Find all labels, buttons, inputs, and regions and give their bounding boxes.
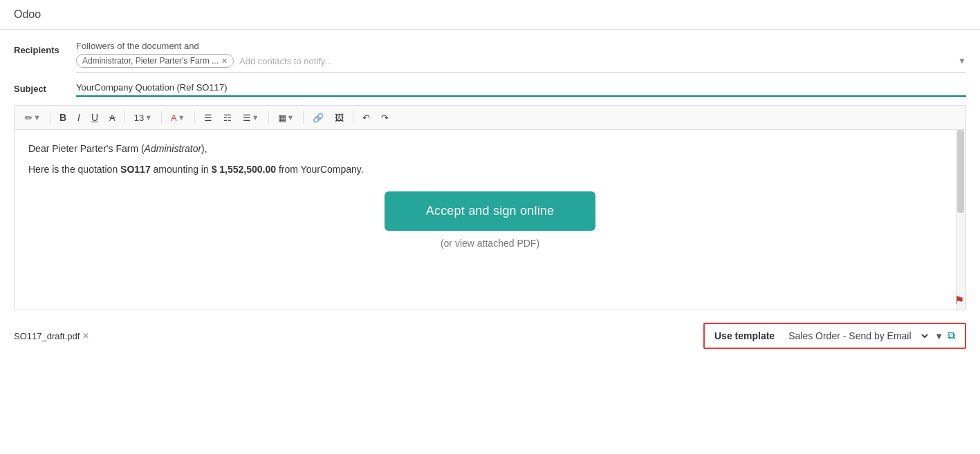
accept-button-wrapper: Accept and sign online [28,191,952,231]
app-header: Odoo [0,0,980,30]
recipients-input-row: Administrator, Pieter Parter's Farm ... … [76,54,966,73]
template-dropdown-arrow[interactable]: ▼ [934,331,943,341]
font-color-button[interactable]: A ▼ [167,111,189,125]
recipients-row: Recipients Followers of the document and… [14,41,966,73]
table-button[interactable]: ▦ ▼ [275,111,298,125]
recipients-label: Recipients [14,41,76,55]
redo-button[interactable]: ↷ [378,111,392,125]
font-size-button[interactable]: 13 ▼ [131,111,156,125]
subject-input[interactable] [76,79,966,97]
recipients-dropdown-arrow[interactable]: ▼ [958,56,966,66]
editor-line2-mid: amounting in [151,164,212,175]
subject-content [76,79,966,97]
editor-line2: Here is the quotation SO117 amounting in… [28,162,952,177]
subject-label: Subject [14,79,76,94]
app-title: Odoo [14,8,41,20]
unordered-list-button[interactable]: ☰ [201,111,216,125]
template-select-wrapper: Sales Order - Send by Email ▼ ⧉ [786,330,955,342]
template-external-link[interactable]: ⧉ [947,330,955,342]
subject-field-row: Subject [14,79,966,97]
toolbar-sep-7 [353,111,353,124]
compose-area: Recipients Followers of the document and… [0,30,980,97]
recipient-tag-text: Administrator, Pieter Parter's Farm ... [82,56,219,66]
toolbar-sep-6 [303,111,304,124]
attachment-close-button[interactable]: ✕ [82,331,89,341]
editor-line2-amount: $ 1,552,500.00 [212,164,276,175]
editor-text: Dear Pieter Parter's Farm (Administrator… [28,141,952,178]
toolbar-sep-5 [268,111,269,124]
recipients-followers-text: Followers of the document and [76,41,966,51]
editor-line2-suffix: from YourCompany. [276,164,364,175]
editor-container: ✏ ▼ B I U A 13 ▼ A ▼ ☰ ☶ ☰ ▼ ▦ ▼ 🔗 🖼 ↶ ↷… [14,105,966,310]
editor-line1-suffix: ), [201,143,207,154]
toolbar-sep-3 [161,111,162,124]
editor-body[interactable]: Dear Pieter Parter's Farm (Administrator… [15,130,965,310]
recipient-tag-close[interactable]: ✕ [221,57,228,66]
footer-bar: SO117_draft.pdf ✕ Use template Sales Ord… [0,316,980,356]
link-button[interactable]: 🔗 [309,111,327,125]
strikethrough-button[interactable]: A [106,111,119,125]
align-button[interactable]: ☰ ▼ [239,111,263,125]
add-contacts-placeholder[interactable]: Add contacts to notify... [239,56,952,66]
or-view-text: (or view attached PDF) [28,238,952,249]
bold-button[interactable]: B [56,110,70,125]
editor-scrollbar-track[interactable]: ⚑ [956,130,965,310]
recipient-tag[interactable]: Administrator, Pieter Parter's Farm ... … [76,54,234,68]
use-template-label: Use template [714,330,775,341]
editor-line1-prefix: Dear Pieter Parter's Farm ( [28,143,145,154]
underline-button[interactable]: U [88,110,102,125]
attachment-item: SO117_draft.pdf ✕ [14,331,89,341]
attachment-name: SO117_draft.pdf [14,331,80,341]
editor-line1: Dear Pieter Parter's Farm (Administrator… [28,141,952,156]
editor-toolbar: ✏ ▼ B I U A 13 ▼ A ▼ ☰ ☶ ☰ ▼ ▦ ▼ 🔗 🖼 ↶ ↷ [15,106,965,130]
use-template-section: Use template Sales Order - Send by Email… [703,323,966,349]
template-select[interactable]: Sales Order - Send by Email [786,330,930,342]
pen-dropdown-button[interactable]: ✏ ▼ [21,111,44,125]
ordered-list-button[interactable]: ☶ [220,111,235,125]
editor-line2-bold: SO117 [120,164,151,175]
editor-scrollbar-thumb[interactable] [957,130,964,213]
editor-line2-prefix: Here is the quotation [28,164,120,175]
editor-line1-italic: Administrator [145,143,201,154]
recipients-content: Followers of the document and Administra… [76,41,966,73]
scrollbar-bottom-icon: ⚑ [954,294,964,307]
image-button[interactable]: 🖼 [331,111,347,125]
undo-button[interactable]: ↶ [359,111,373,125]
italic-button[interactable]: I [74,110,84,125]
toolbar-sep-1 [50,111,50,124]
accept-sign-button[interactable]: Accept and sign online [385,191,596,231]
toolbar-sep-4 [194,111,195,124]
toolbar-sep-2 [124,111,125,124]
